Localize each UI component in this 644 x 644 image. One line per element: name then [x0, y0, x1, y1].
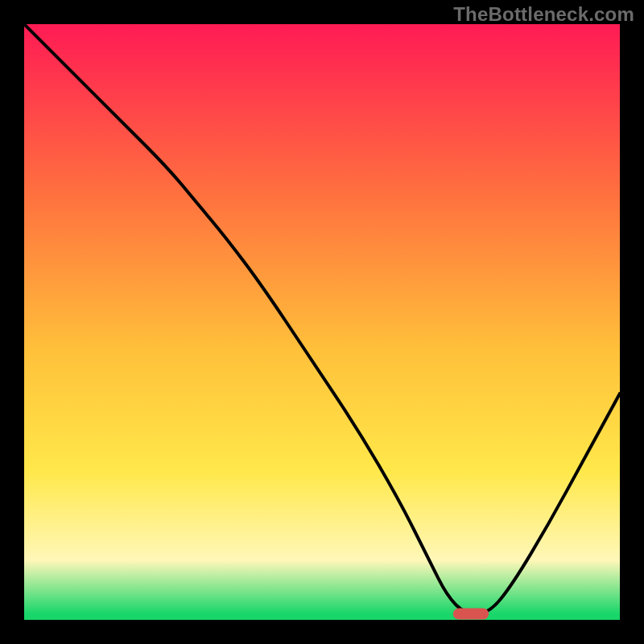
bottleneck-chart [24, 24, 620, 620]
chart-frame: TheBottleneck.com [0, 0, 644, 644]
optimal-range-marker [453, 609, 489, 620]
plot-area [24, 24, 620, 620]
watermark-text: TheBottleneck.com [453, 3, 634, 26]
